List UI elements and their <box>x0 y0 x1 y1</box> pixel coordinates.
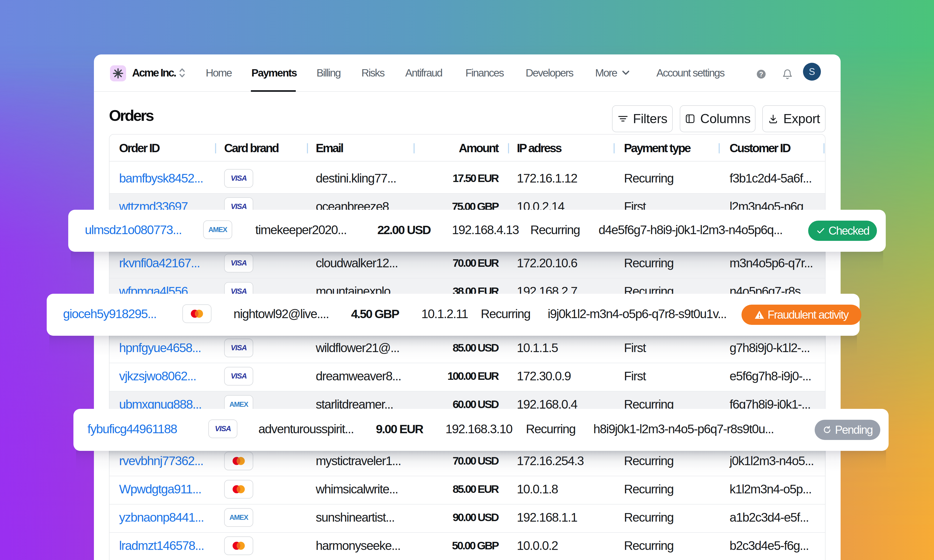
svg-text:VISA: VISA <box>231 372 247 380</box>
svg-text:VISA: VISA <box>215 425 231 433</box>
svg-text:AMEX: AMEX <box>230 514 248 522</box>
svg-text:AMEX: AMEX <box>230 400 248 408</box>
svg-text:VISA: VISA <box>231 203 247 211</box>
svg-text:AMEX: AMEX <box>208 226 227 234</box>
svg-text:VISA: VISA <box>231 174 247 182</box>
